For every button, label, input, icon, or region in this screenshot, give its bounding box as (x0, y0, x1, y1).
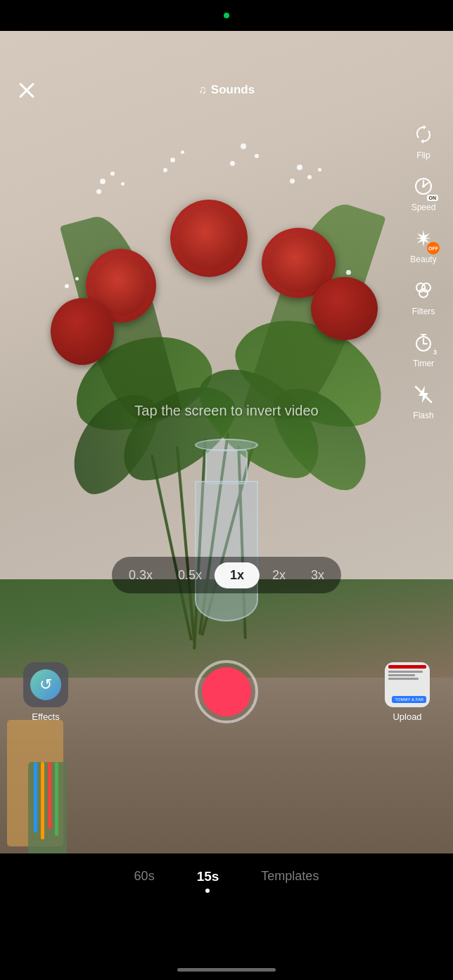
timer-number: 3 (433, 349, 437, 356)
zoom-2x[interactable]: 2x (260, 562, 298, 588)
timer-icon: 3 (409, 328, 438, 357)
record-button[interactable] (195, 660, 258, 723)
sounds-label: Sounds (211, 83, 255, 97)
filters-button[interactable]: Filters (402, 271, 445, 321)
beauty-icon: OFF (409, 224, 438, 253)
status-dot (224, 13, 229, 18)
flash-label: Flash (413, 411, 433, 420)
nav-15s[interactable]: 15s (197, 869, 219, 893)
status-bar (0, 0, 453, 31)
upload-label: Upload (393, 711, 421, 722)
nav-templates-label: Templates (261, 869, 319, 884)
zoom-1x[interactable]: 1x (215, 562, 260, 588)
speed-icon: ON (409, 172, 438, 201)
beauty-badge: OFF (427, 242, 440, 254)
filters-label: Filters (412, 307, 435, 316)
record-button-wrap (195, 660, 258, 723)
bottom-nav: 60s 15s Templates (0, 853, 453, 938)
speed-label: Speed (411, 202, 436, 212)
effects-label: Effects (32, 711, 60, 722)
top-bar: ♫ Sounds (0, 62, 453, 118)
music-icon: ♫ (198, 84, 207, 96)
nav-active-dot (205, 889, 210, 893)
bottom-camera-controls: ↺ Effects TOMMY & FAB Upload (0, 650, 453, 734)
nav-templates[interactable]: Templates (261, 869, 319, 884)
flash-button[interactable]: Flash (402, 375, 445, 425)
flower-arrangement (30, 73, 423, 621)
effects-icon: ↺ (23, 662, 68, 707)
speed-button[interactable]: ON Speed (402, 167, 445, 217)
center-overlay-text: Tap the screen to invert video (134, 403, 318, 419)
vase (184, 439, 269, 621)
speed-badge: ON (427, 195, 439, 201)
zoom-bar: 0.3x 0.5x 1x 2x 3x (112, 557, 341, 593)
pencil-holder (28, 762, 67, 853)
flip-icon (409, 120, 438, 149)
beauty-button[interactable]: OFF Beauty (402, 219, 445, 269)
zoom-05x[interactable]: 0.5x (165, 562, 215, 588)
timer-button[interactable]: 3 Timer (402, 323, 445, 373)
zoom-3x[interactable]: 3x (298, 562, 337, 588)
effects-arrow-icon: ↺ (39, 676, 52, 694)
flip-button[interactable]: Flip (402, 115, 445, 165)
timer-label: Timer (413, 359, 434, 368)
nav-15s-label: 15s (197, 869, 219, 884)
zoom-03x[interactable]: 0.3x (116, 562, 165, 588)
flash-icon (409, 380, 438, 409)
right-controls: Flip ON Speed OFF Beaut (402, 115, 445, 425)
nav-60s-label: 60s (134, 869, 155, 884)
effects-button[interactable]: ↺ Effects (21, 662, 70, 722)
beauty-label: Beauty (410, 254, 436, 264)
upload-thumbnail: TOMMY & FAB (385, 662, 430, 707)
svg-point-3 (422, 185, 425, 188)
flip-label: Flip (416, 150, 430, 160)
nav-60s[interactable]: 60s (134, 869, 155, 884)
record-inner-circle (202, 667, 251, 716)
camera-view[interactable]: ♫ Sounds Flip (0, 31, 453, 875)
filters-icon (409, 276, 438, 305)
upload-button[interactable]: TOMMY & FAB Upload (383, 662, 432, 722)
sounds-button[interactable]: ♫ Sounds (198, 83, 255, 97)
close-button[interactable] (14, 77, 39, 103)
home-indicator (177, 968, 276, 972)
